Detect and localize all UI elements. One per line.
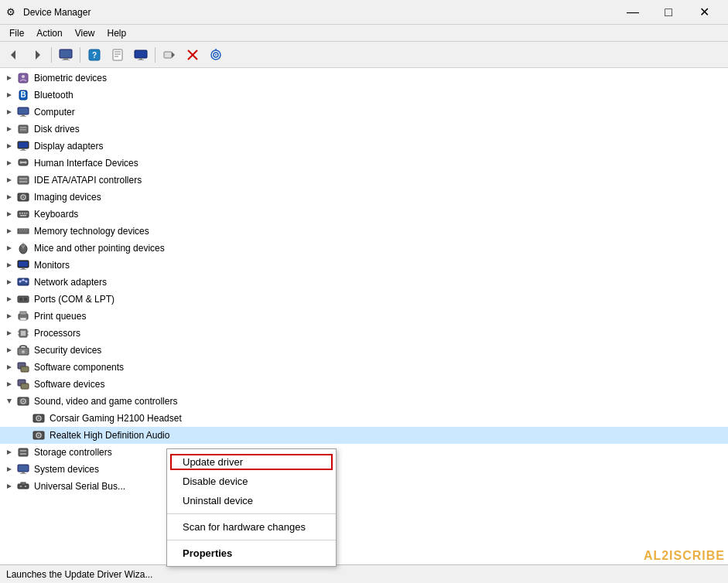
tree-item-sound[interactable]: Sound, video and game controllers — [0, 393, 728, 410]
menu-help[interactable]: Help — [101, 26, 133, 40]
expand-icon-display[interactable] — [3, 140, 15, 152]
svg-rect-57 — [22, 213, 23, 214]
tree-item-display[interactable]: Display adapters — [0, 138, 728, 155]
close-button[interactable]: ✕ — [686, 0, 722, 25]
svg-point-113 — [38, 418, 39, 419]
expand-icon-corsair[interactable] — [19, 412, 31, 424]
svg-marker-46 — [7, 178, 12, 182]
menu-view[interactable]: View — [69, 26, 101, 40]
svg-rect-40 — [20, 150, 26, 151]
expand-icon-monitors[interactable] — [3, 259, 15, 271]
toolbar-forward[interactable] — [26, 44, 48, 66]
device-tree[interactable]: Biometric devicesBBluetoothComputerDisk … — [0, 68, 728, 564]
menu-file[interactable]: File — [3, 26, 30, 40]
tree-item-memory[interactable]: Memory technology devices — [0, 223, 728, 240]
tree-item-ports[interactable]: Ports (COM & LPT) — [0, 291, 728, 308]
context-menu-item-uninstall-device[interactable]: Uninstall device — [167, 491, 336, 510]
svg-point-100 — [22, 350, 25, 353]
tree-item-usb[interactable]: Universal Serial Bus... — [0, 478, 728, 495]
expand-icon-sound[interactable] — [3, 395, 15, 407]
svg-rect-47 — [18, 176, 29, 184]
menu-action[interactable]: Action — [30, 26, 68, 40]
context-menu-item-properties[interactable]: Properties — [167, 544, 336, 563]
svg-rect-55 — [18, 211, 29, 217]
svg-point-53 — [22, 196, 24, 198]
tree-item-imaging[interactable]: Imaging devices — [0, 189, 728, 206]
expand-icon-print[interactable] — [3, 310, 15, 322]
expand-icon-hid[interactable] — [3, 157, 15, 169]
tree-item-security[interactable]: Security devices — [0, 342, 728, 359]
title-bar: ⚙ Device Manager — □ ✕ — [0, 0, 728, 25]
svg-rect-48 — [19, 178, 27, 179]
tree-item-computer[interactable]: Computer — [0, 104, 728, 121]
toolbar-monitor[interactable] — [130, 44, 152, 66]
tree-item-storage[interactable]: Storage controllers — [0, 444, 728, 461]
expand-icon-ports[interactable] — [3, 293, 15, 305]
toolbar-computer-icon[interactable] — [55, 44, 77, 66]
tree-item-software-components[interactable]: Software components — [0, 359, 728, 376]
svg-marker-107 — [7, 399, 12, 404]
expand-icon-mice[interactable] — [3, 242, 15, 254]
expand-icon-realtek[interactable] — [19, 429, 31, 442]
window-controls: — □ ✕ — [615, 0, 722, 25]
toolbar-remove[interactable] — [182, 44, 203, 66]
tree-item-monitors[interactable]: Monitors — [0, 257, 728, 274]
expand-icon-security[interactable] — [3, 344, 15, 356]
expand-icon-usb[interactable] — [3, 480, 15, 493]
context-menu-item-scan-changes[interactable]: Scan for hardware changes — [167, 517, 336, 537]
tree-item-biometric[interactable]: Biometric devices — [0, 70, 728, 87]
svg-rect-59 — [26, 213, 28, 214]
expand-icon-bluetooth[interactable] — [3, 89, 15, 101]
tree-item-ide[interactable]: IDE ATA/ATAPI controllers — [0, 172, 728, 189]
tree-item-bluetooth[interactable]: BBluetooth — [0, 87, 728, 104]
expand-icon-computer[interactable] — [3, 106, 15, 118]
svg-rect-38 — [19, 142, 28, 148]
svg-rect-31 — [20, 116, 26, 117]
tree-item-processors[interactable]: Processors — [0, 325, 728, 342]
svg-rect-12 — [139, 58, 142, 60]
expand-icon-imaging[interactable] — [3, 191, 15, 203]
tree-item-network[interactable]: Network adapters — [0, 274, 728, 291]
toolbar-add-driver[interactable] — [159, 44, 180, 66]
expand-icon-software-devices[interactable] — [3, 378, 15, 390]
expand-icon-software-components[interactable] — [3, 361, 15, 373]
context-menu-item-disable-device[interactable]: Disable device — [167, 472, 336, 491]
tree-item-realtek[interactable]: Realtek High Definition Audio — [0, 427, 728, 444]
expand-icon-system[interactable] — [3, 463, 15, 476]
tree-item-print[interactable]: Print queues — [0, 308, 728, 325]
svg-rect-3 — [63, 58, 68, 60]
context-menu-item-update-driver[interactable]: Update driver — [167, 452, 336, 472]
expand-icon-biometric[interactable] — [3, 72, 15, 84]
tree-item-system[interactable]: System devices — [0, 461, 728, 478]
expand-icon-keyboards[interactable] — [3, 208, 15, 220]
svg-rect-35 — [20, 129, 26, 131]
expand-icon-storage[interactable] — [3, 446, 15, 459]
toolbar-back[interactable] — [3, 44, 25, 66]
tree-item-hid[interactable]: Human Interface Devices — [0, 155, 728, 172]
expand-icon-memory[interactable] — [3, 225, 15, 237]
svg-marker-71 — [7, 263, 12, 268]
tree-item-disk[interactable]: Disk drives — [0, 121, 728, 138]
status-text: Launches the Update Driver Wiza... — [6, 569, 152, 580]
svg-rect-29 — [18, 107, 29, 114]
toolbar-help[interactable]: ? — [84, 44, 105, 66]
device-icon-system — [15, 463, 31, 476]
maximize-button[interactable]: □ — [651, 0, 686, 25]
device-icon-storage — [15, 446, 31, 459]
expand-icon-network[interactable] — [3, 276, 15, 288]
toolbar-scan[interactable] — [205, 44, 227, 66]
minimize-button[interactable]: — — [615, 0, 651, 25]
expand-icon-disk[interactable] — [3, 123, 15, 135]
toolbar: ? — [0, 42, 728, 68]
svg-rect-2 — [60, 49, 72, 58]
expand-icon-processors[interactable] — [3, 327, 15, 339]
tree-item-mice[interactable]: Mice and other pointing devices — [0, 240, 728, 257]
toolbar-properties[interactable] — [107, 44, 128, 66]
svg-rect-93 — [21, 331, 26, 336]
expand-icon-ide[interactable] — [3, 174, 15, 186]
tree-label-display: Display adapters — [34, 141, 103, 152]
tree-item-keyboards[interactable]: Keyboards — [0, 206, 728, 223]
tree-item-software-devices[interactable]: Software devices — [0, 376, 728, 393]
device-icon-ports — [15, 293, 31, 305]
tree-item-corsair[interactable]: Corsair Gaming H2100 Headset — [0, 410, 728, 427]
